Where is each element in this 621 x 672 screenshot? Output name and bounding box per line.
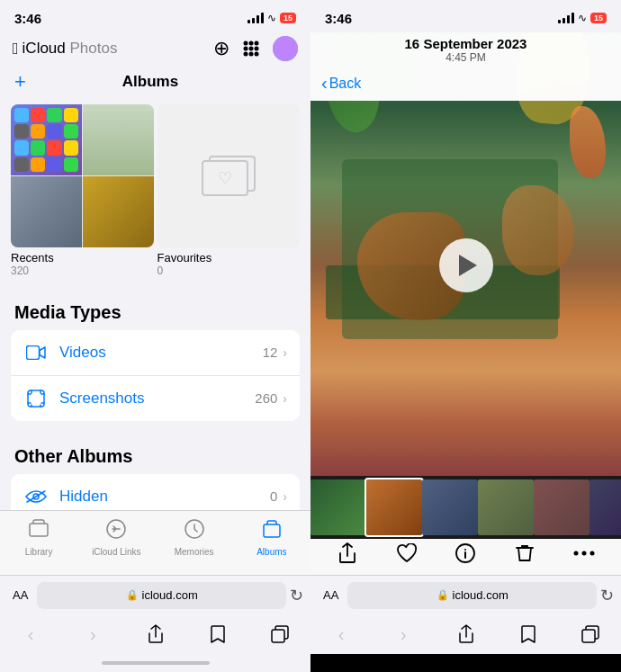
heart-button[interactable] xyxy=(387,533,427,573)
time-label: 4:45 PM xyxy=(310,51,621,64)
screenshot-icon xyxy=(23,386,49,411)
user-avatar[interactable] xyxy=(273,36,298,61)
apple-icon:  xyxy=(13,40,19,58)
tab-memories-label: Memories xyxy=(175,547,214,557)
right-tabs-nav-button[interactable] xyxy=(574,625,607,643)
add-album-button[interactable]: + xyxy=(14,70,26,94)
svg-point-5 xyxy=(255,47,259,51)
right-battery-icon: 15 xyxy=(590,13,607,23)
app-name: iCloud Photos xyxy=(22,40,118,58)
left-bookmarks-button[interactable] xyxy=(202,624,234,644)
left-battery-icon: 15 xyxy=(280,13,296,23)
library-icon xyxy=(28,518,50,545)
video-icon xyxy=(23,340,49,365)
hidden-count: 0 xyxy=(270,488,277,504)
tab-albums[interactable]: Albums xyxy=(233,518,310,557)
right-back-nav-button[interactable]: ‹ xyxy=(325,624,357,645)
album-recents-name: Recents xyxy=(11,251,154,264)
delete-button[interactable] xyxy=(505,533,544,573)
left-tabs-button[interactable] xyxy=(264,625,296,643)
right-home-indicator xyxy=(310,654,621,672)
right-status-bar: 3:46 ∿ 15 xyxy=(310,0,621,32)
left-status-icons: ∿ 15 xyxy=(248,12,296,24)
list-item-videos[interactable]: Videos 12 › xyxy=(11,330,300,376)
svg-point-1 xyxy=(249,41,254,46)
more-button[interactable] xyxy=(564,533,604,573)
svg-point-2 xyxy=(255,41,259,46)
tab-library[interactable]: Library xyxy=(0,518,77,557)
right-panel: 3:46 ∿ 15 16 September 2023 4:45 PM xyxy=(310,0,621,672)
screenshots-label: Screenshots xyxy=(59,390,255,408)
left-browser-bar: AA 🔒 icloud.com ↻ xyxy=(0,575,310,614)
hidden-icon xyxy=(23,484,49,509)
videos-chevron-icon: › xyxy=(283,345,287,360)
left-url-bar[interactable]: 🔒 icloud.com xyxy=(37,582,286,609)
svg-rect-20 xyxy=(272,630,284,642)
svg-rect-26 xyxy=(582,630,595,642)
grid-nav-icon[interactable] xyxy=(242,40,260,58)
svg-point-9 xyxy=(273,36,298,61)
thumb-3[interactable] xyxy=(422,479,478,535)
thumb-1[interactable] xyxy=(310,479,366,535)
left-back-button[interactable]: ‹ xyxy=(14,624,47,645)
left-reload-button[interactable]: ↻ xyxy=(290,586,303,605)
thumb-5[interactable] xyxy=(534,479,590,535)
svg-point-23 xyxy=(574,551,579,555)
album-recents[interactable]: Recents 320 xyxy=(11,104,154,277)
play-button[interactable] xyxy=(439,238,493,292)
top-nav:  iCloud Photos ⊕ xyxy=(0,32,310,68)
list-item-screenshots[interactable]: Screenshots 260 › xyxy=(11,376,300,421)
left-url-text: icloud.com xyxy=(142,588,198,602)
other-albums-header: Other Albums xyxy=(0,435,310,474)
back-chevron-icon: ‹ xyxy=(321,73,328,94)
right-bookmarks-nav-button[interactable] xyxy=(512,624,544,644)
info-button[interactable] xyxy=(446,533,485,573)
media-types-header: Media Types xyxy=(0,291,310,330)
albums-title-row: + Albums xyxy=(0,68,310,101)
thumb-4[interactable] xyxy=(478,479,534,535)
date-row: 16 September 2023 4:45 PM xyxy=(310,32,621,69)
list-item-hidden[interactable]: Hidden 0 › xyxy=(11,474,300,511)
share-button[interactable] xyxy=(328,533,367,573)
svg-point-4 xyxy=(249,47,254,51)
album-recents-thumb xyxy=(11,104,154,247)
right-url-bar[interactable]: 🔒 icloud.com xyxy=(347,582,597,609)
tab-bar: Library iCloud Links Memories xyxy=(0,510,310,575)
date-label: 16 September 2023 xyxy=(310,36,621,51)
left-share-button[interactable] xyxy=(140,624,172,644)
right-share-nav-button[interactable] xyxy=(450,624,482,644)
left-forward-button[interactable]: › xyxy=(76,624,109,645)
left-status-bar: 3:46 ∿ 15 xyxy=(0,0,310,32)
right-lock-icon: 🔒 xyxy=(436,589,449,601)
left-time: 3:46 xyxy=(14,11,41,26)
svg-rect-16 xyxy=(30,524,48,536)
right-forward-nav-button[interactable]: › xyxy=(387,624,419,645)
tab-icloud-links[interactable]: iCloud Links xyxy=(77,518,155,557)
svg-point-22 xyxy=(464,549,466,551)
left-signal-icon xyxy=(248,13,264,23)
tab-icloud-links-label: iCloud Links xyxy=(92,547,140,557)
album-favourites[interactable]: ♡ Favourites 0 xyxy=(158,104,301,277)
svg-point-0 xyxy=(244,41,248,46)
left-lock-icon: 🔒 xyxy=(126,589,139,601)
icloud-links-icon xyxy=(105,518,127,545)
add-nav-icon[interactable]: ⊕ xyxy=(213,37,230,60)
thumb-2[interactable] xyxy=(366,479,422,535)
thumb-6[interactable] xyxy=(590,479,621,535)
left-browser-nav: ‹ › xyxy=(0,614,310,654)
left-panel: 3:46 ∿ 15  iCloud Photos ⊕ xyxy=(0,0,310,672)
left-aa-button[interactable]: AA xyxy=(7,588,33,602)
right-reload-button[interactable]: ↻ xyxy=(600,586,614,605)
right-status-icons: ∿ 15 xyxy=(558,12,607,24)
right-browser-nav: ‹ › xyxy=(310,614,621,654)
albums-icon xyxy=(261,518,283,545)
svg-point-25 xyxy=(590,551,595,555)
back-button[interactable]: ‹ Back xyxy=(321,73,361,94)
right-wifi-icon: ∿ xyxy=(578,12,587,24)
right-aa-button[interactable]: AA xyxy=(318,588,344,602)
tab-memories[interactable]: Memories xyxy=(156,518,233,557)
left-wifi-icon: ∿ xyxy=(267,12,276,24)
right-url-text: icloud.com xyxy=(453,588,508,602)
tab-albums-label: Albums xyxy=(256,547,286,557)
memories-icon xyxy=(184,518,205,545)
